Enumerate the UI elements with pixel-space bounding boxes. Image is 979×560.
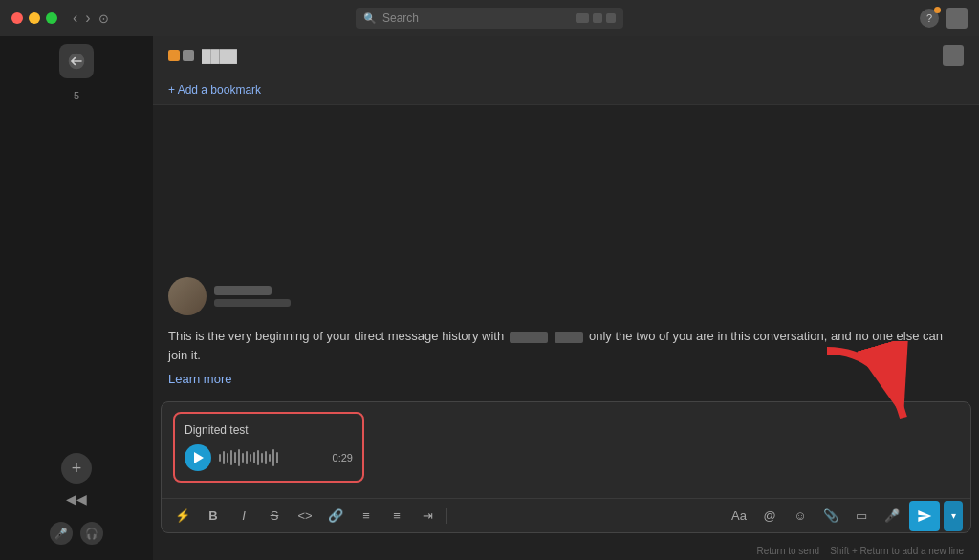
forward-nav-button[interactable]: › <box>85 11 90 26</box>
attach-button[interactable]: 📎 <box>817 503 844 529</box>
dm-history-text: This is the very beginning of your direc… <box>168 327 964 364</box>
back-nav-button[interactable]: ‹ <box>73 11 77 26</box>
audio-duration: 0:29 <box>333 452 353 463</box>
lightning-toolbar-button[interactable]: ⚡ <box>169 503 196 529</box>
sidebar-number: 5 <box>74 90 79 101</box>
code-button[interactable]: <> <box>292 503 318 529</box>
content-topbar: ████ <box>153 36 979 75</box>
search-placeholder: Search <box>382 11 419 25</box>
waveform-bar <box>227 453 228 463</box>
ordered-list-button[interactable]: ≡ <box>353 503 380 529</box>
bookmark-bar: + Add a bookmark <box>153 75 979 105</box>
titlebar: ‹ › ⊙ 🔍 Search ? <box>0 0 979 36</box>
help-button[interactable]: ? <box>920 9 939 28</box>
mention-button[interactable]: @ <box>756 503 783 529</box>
topbar-avatar[interactable] <box>943 45 964 66</box>
user-intro-row <box>168 277 964 315</box>
waveform-bar <box>230 450 232 465</box>
waveform-bar <box>238 449 240 466</box>
gray-square <box>183 50 194 61</box>
microphone-button[interactable]: 🎤 <box>50 522 73 545</box>
nav-buttons: ‹ › ⊙ <box>73 11 109 26</box>
waveform-bar <box>246 451 248 464</box>
unordered-list-button[interactable]: ≡ <box>383 503 410 529</box>
contact-avatar <box>168 277 207 315</box>
screen-button[interactable]: ▭ <box>848 503 875 529</box>
send-icon <box>917 508 932 524</box>
waveform-bar <box>242 453 244 463</box>
left-sidebar: 5 + ◀◀ 🎤 🎧 <box>0 36 153 560</box>
waveform-bar <box>219 454 221 462</box>
link-button[interactable]: 🔗 <box>322 503 349 529</box>
return-hint: Return to send Shift + Return to add a n… <box>756 546 964 556</box>
toolbar-right: Aa @ ☺ 📎 ▭ 🎤 ▾ <box>726 501 963 531</box>
color-indicator <box>168 50 194 61</box>
indent-button[interactable]: ⇥ <box>414 503 441 529</box>
waveform-bar <box>269 454 271 462</box>
user-avatar-titlebar[interactable] <box>946 8 968 29</box>
play-icon <box>194 452 204 463</box>
audio-attachment-card: Dignited test <box>173 412 364 483</box>
waveform-bar <box>272 449 274 466</box>
format-button[interactable]: Aa <box>726 503 752 529</box>
waveform-bar <box>234 452 236 463</box>
back-arrow-button[interactable]: ◀◀ <box>66 491 87 506</box>
notification-badge <box>934 7 941 13</box>
audio-record-button[interactable]: 🎤 <box>879 503 905 529</box>
search-shortcut-icons <box>576 13 616 23</box>
waveform-bar <box>261 453 263 463</box>
blurred-name-1 <box>510 332 548 343</box>
waveform-bar <box>257 450 259 465</box>
bold-button[interactable]: B <box>200 503 227 529</box>
learn-more-link[interactable]: Learn more <box>168 372 964 386</box>
bottom-hints: Return to send Shift + Return to add a n… <box>153 541 979 560</box>
toolbar-separator <box>446 508 447 524</box>
dm-intro: This is the very beginning of your direc… <box>168 277 964 386</box>
topbar-right <box>943 45 964 66</box>
minimize-button[interactable] <box>29 12 40 24</box>
content-area: ████ + Add a bookmark This is the v <box>153 36 979 560</box>
name-bar-1 <box>214 286 272 295</box>
play-button[interactable] <box>185 444 211 471</box>
channel-name: ████ <box>202 49 237 63</box>
maximize-button[interactable] <box>46 12 57 24</box>
send-dropdown-button[interactable]: ▾ <box>944 501 963 531</box>
message-input-area: Dignited test <box>161 401 971 533</box>
back-circle-icon <box>67 52 86 71</box>
italic-button[interactable]: I <box>230 503 257 529</box>
blurred-name-2 <box>555 332 583 343</box>
contact-name-placeholder <box>214 286 291 307</box>
waveform-bar <box>276 452 278 463</box>
search-bar[interactable]: 🔍 Search <box>356 8 623 29</box>
close-button[interactable] <box>11 12 23 24</box>
input-content[interactable]: Dignited test <box>162 402 970 498</box>
name-bar-2 <box>214 299 291 307</box>
search-icon: 🔍 <box>363 12 377 25</box>
waveform-bar <box>265 451 267 464</box>
headphone-button[interactable]: 🎧 <box>80 522 103 545</box>
add-bookmark-button[interactable]: + Add a bookmark <box>168 83 261 97</box>
message-area: This is the very beginning of your direc… <box>153 105 979 401</box>
emoji-button[interactable]: ☺ <box>787 503 814 529</box>
audio-card-title: Dignited test <box>185 423 353 437</box>
main-layout: 5 + ◀◀ 🎤 🎧 ████ + Add a bookmark <box>0 36 979 560</box>
input-toolbar: ⚡ B I S <> 🔗 ≡ ≡ ⇥ Aa @ ☺ 📎 ▭ 🎤 <box>162 498 970 532</box>
history-nav-button[interactable]: ⊙ <box>98 12 109 25</box>
waveform-bar <box>223 451 225 464</box>
add-channel-button[interactable]: + <box>61 453 92 484</box>
waveform-bar <box>253 452 255 463</box>
workspace-icon[interactable] <box>59 44 94 78</box>
traffic-lights <box>11 12 57 24</box>
orange-square <box>168 50 180 61</box>
strikethrough-button[interactable]: S <box>261 503 288 529</box>
titlebar-right: ? <box>920 8 968 29</box>
waveform <box>219 449 325 466</box>
send-button[interactable] <box>909 501 940 531</box>
sidebar-bottom-controls: 🎤 🎧 <box>42 514 111 552</box>
audio-player-row: 0:29 <box>185 444 353 471</box>
waveform-bar <box>250 454 251 462</box>
